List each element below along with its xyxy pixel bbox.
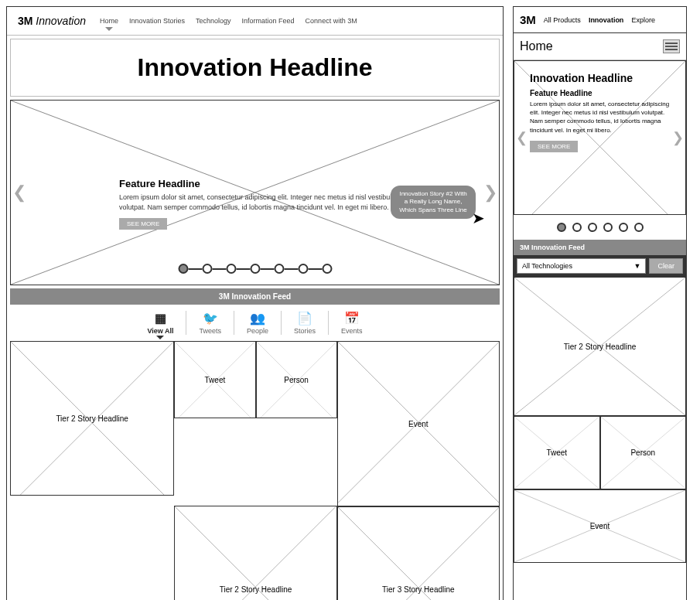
mnav-innovation[interactable]: Innovation: [589, 16, 624, 24]
cursor-icon: ➤: [472, 209, 485, 227]
mobile-home-bar: Home: [514, 33, 686, 60]
mobile-dots: [514, 215, 686, 240]
bird-icon: 🐦: [199, 311, 221, 326]
tab-tweets[interactable]: 🐦Tweets: [186, 311, 234, 335]
dot-1[interactable]: [178, 264, 188, 274]
feature-title: Feature Headline: [119, 178, 413, 189]
nav-technology[interactable]: Technology: [196, 17, 231, 25]
dot-3[interactable]: [226, 264, 236, 274]
mobile-feed-bar: 3M Innovation Feed: [514, 240, 686, 255]
mobile-header: 3M All Products Innovation Explore: [514, 7, 686, 33]
people-icon: 👥: [247, 311, 268, 326]
tab-people[interactable]: 👥People: [234, 311, 282, 335]
mdot-2[interactable]: [572, 223, 582, 232]
mobile-wireframe: 3M All Products Innovation Explore Home …: [513, 6, 687, 600]
mobile-feed-grid: Tier 2 Story Headline Tweet Person Event: [514, 277, 686, 563]
dot-2[interactable]: [202, 264, 212, 274]
technology-select[interactable]: All Technologies ▼: [517, 258, 646, 274]
see-more-button[interactable]: SEE MORE: [119, 218, 167, 230]
dot-7[interactable]: [322, 264, 332, 274]
menu-button[interactable]: [663, 39, 680, 53]
feed-grid: Tier 2 Story Headline Tweet Person Tier …: [10, 341, 500, 600]
clear-button[interactable]: Clear: [649, 258, 683, 274]
mobile-see-more-button[interactable]: SEE MORE: [530, 141, 578, 152]
chevron-down-icon: ▼: [634, 262, 641, 270]
mdot-4[interactable]: [603, 223, 613, 232]
mdot-3[interactable]: [588, 223, 597, 232]
mobile-hero-content: Innovation Headline Feature Headline Lor…: [530, 72, 670, 152]
mtile-tweet[interactable]: Tweet: [514, 416, 600, 489]
logo[interactable]: 3M Innovation: [18, 15, 86, 27]
mdot-5[interactable]: [619, 223, 628, 232]
hero-content: Feature Headline Lorem ipsum dolor sit a…: [119, 178, 413, 230]
tab-events[interactable]: 📅Events: [329, 311, 375, 335]
mdot-1[interactable]: [557, 223, 566, 232]
mobile-prev-arrow[interactable]: ❮: [516, 129, 528, 146]
desktop-header: 3M Innovation Home Innovation Stories Te…: [7, 7, 503, 36]
tile-person[interactable]: Person: [256, 341, 337, 418]
desktop-wireframe: 3M Innovation Home Innovation Stories Te…: [6, 6, 504, 600]
grid-icon: ▦: [147, 311, 173, 326]
tile-tweet[interactable]: Tweet: [174, 341, 255, 418]
mobile-headline: Innovation Headline: [530, 72, 670, 84]
mobile-filter-row: All Technologies ▼ Clear: [514, 255, 686, 277]
mobile-hero: ❮ ❯ Innovation Headline Feature Headline…: [514, 60, 686, 215]
tab-view-all[interactable]: ▦View All: [135, 311, 186, 335]
desktop-nav: Home Innovation Stories Technology Infor…: [100, 17, 357, 25]
tile-event[interactable]: Event: [337, 341, 500, 506]
mtile-person[interactable]: Person: [600, 416, 687, 489]
nav-connect[interactable]: Connect with 3M: [306, 17, 357, 25]
tile-tier2-story-b[interactable]: Tier 2 Story Headline: [174, 506, 336, 600]
mtile-event[interactable]: Event: [514, 489, 686, 563]
calendar-icon: 📅: [341, 311, 363, 326]
home-label: Home: [520, 39, 553, 53]
carousel-prev-arrow[interactable]: ❮: [12, 182, 26, 203]
dot-4[interactable]: [250, 264, 260, 274]
mtile-tier2[interactable]: Tier 2 Story Headline: [514, 277, 686, 416]
tab-stories[interactable]: 📄Stories: [282, 311, 329, 335]
mobile-feature-title: Feature Headline: [530, 89, 670, 97]
nav-home[interactable]: Home: [100, 17, 118, 25]
hero-carousel: ❮ ❯ Feature Headline Lorem ipsum dolor s…: [10, 100, 500, 285]
doc-icon: 📄: [294, 311, 316, 326]
tile-tier3-story-a[interactable]: Tier 3 Story Headline: [337, 506, 500, 600]
feed-tabs: ▦View All 🐦Tweets 👥People 📄Stories 📅Even…: [7, 311, 503, 335]
feed-bar: 3M Innovation Feed: [10, 288, 500, 305]
story-tooltip: Innovation Story #2 With a Really Long N…: [391, 186, 476, 219]
dot-5[interactable]: [274, 264, 284, 274]
nav-information-feed[interactable]: Information Feed: [242, 17, 295, 25]
carousel-next-arrow[interactable]: ❯: [483, 182, 497, 203]
carousel-dots: [178, 264, 332, 274]
mdot-6[interactable]: [634, 223, 644, 232]
mnav-explore[interactable]: Explore: [631, 16, 655, 24]
mobile-next-arrow[interactable]: ❯: [672, 129, 684, 146]
mobile-feature-body: Lorem ipsum dolor sit amet, consectetur …: [530, 100, 670, 135]
mnav-all-products[interactable]: All Products: [544, 16, 581, 24]
feature-body: Lorem ipsum dolor sit amet, consectetur …: [119, 193, 413, 212]
dot-6[interactable]: [298, 264, 308, 274]
page-headline: Innovation Headline: [10, 39, 500, 97]
mobile-logo[interactable]: 3M: [520, 13, 536, 26]
nav-innovation-stories[interactable]: Innovation Stories: [129, 17, 185, 25]
tile-tier2-story[interactable]: Tier 2 Story Headline: [10, 341, 174, 496]
